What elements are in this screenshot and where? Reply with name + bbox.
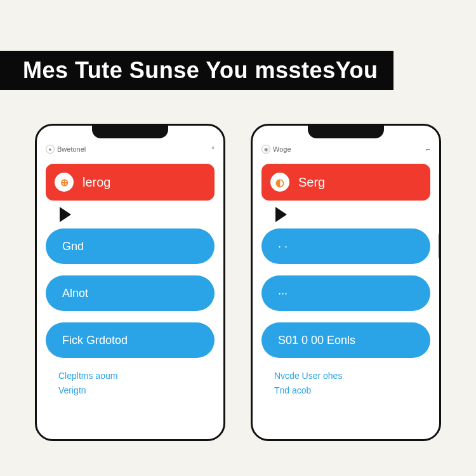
red-button-icon: ⊕ [55,173,74,192]
footer-link-2[interactable]: Tnd acob [274,384,430,397]
option-label: Fick Grdotod [62,334,128,347]
status-right: ° [212,145,215,153]
primary-red-button[interactable]: ⊕ lerog [46,164,215,201]
play-row[interactable] [261,201,430,228]
footer-link-2[interactable]: Verigtn [58,384,215,397]
screen-content: ⊕ lerog Gnd Alnot Fick Grdotod Clepltms … [46,164,215,430]
option-label: Alnot [62,287,88,300]
red-button-icon: ◐ [270,173,289,192]
phone-notch [308,124,384,138]
screen-content: ◐ Serg · · ··· S01 0 00 Eonls Nvcde User… [261,164,430,430]
option-button-2[interactable]: Alnot [46,275,215,311]
option-label: · · [278,240,288,253]
status-dot-icon: ● [46,145,55,154]
option-button-2[interactable]: ··· [261,275,430,311]
primary-red-button[interactable]: ◐ Serg [261,164,430,201]
status-dot-icon: ◉ [261,145,270,154]
status-bar: ● Bwetonel ° [46,145,215,154]
phone-comparison-row: ● Bwetonel ° ⊕ lerog Gnd Alnot [35,124,441,441]
status-label: Bwetonel [57,145,86,153]
play-icon [275,207,287,222]
play-row[interactable] [46,201,215,228]
phone-mockup-left: ● Bwetonel ° ⊕ lerog Gnd Alnot [35,124,225,441]
footer-links: Nvcde User ohes Tnd acob [261,369,430,397]
page-title-bar: Mes Tute Sunse You msstesYou [0,51,393,90]
phone-mockup-right: ◉ Woge ⌐ ◐ Serg · · ··· [251,124,441,441]
red-button-label: lerog [83,175,110,190]
footer-links: Clepltms aoum Verigtn [46,369,215,397]
status-bar: ◉ Woge ⌐ [261,145,430,154]
option-button-1[interactable]: · · [261,228,430,264]
page-title: Mes Tute Sunse You msstesYou [23,57,378,84]
status-right: ⌐ [426,145,430,153]
footer-link-1[interactable]: Nvcde User ohes [274,369,430,383]
option-button-1[interactable]: Gnd [46,228,215,264]
option-label: S01 0 00 Eonls [278,334,355,347]
play-icon [60,207,71,222]
option-label: Gnd [62,240,84,253]
option-button-3[interactable]: S01 0 00 Eonls [261,322,430,358]
status-label: Woge [273,145,291,153]
footer-link-1[interactable]: Clepltms aoum [58,369,215,383]
option-label: ··· [278,287,288,300]
scrollbar-thumb[interactable] [438,234,441,259]
red-button-label: Serg [298,175,325,190]
phone-notch [92,124,168,138]
option-button-3[interactable]: Fick Grdotod [46,322,215,358]
